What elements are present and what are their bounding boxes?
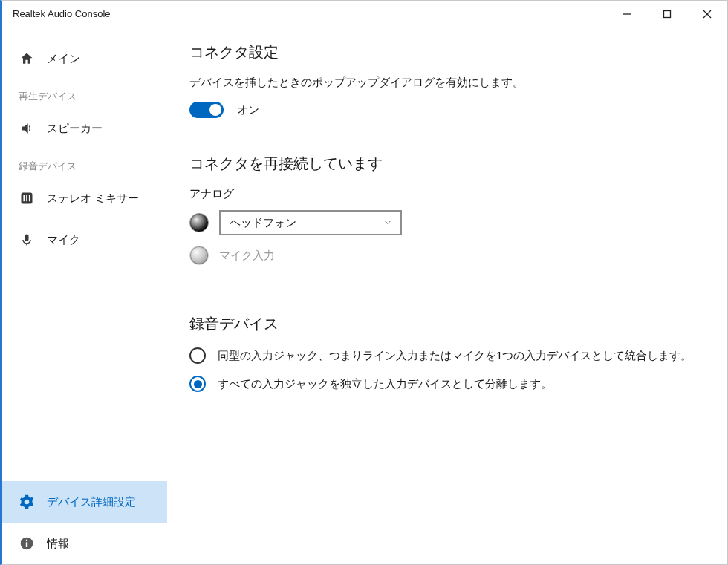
close-icon	[703, 10, 712, 19]
svg-rect-11	[26, 542, 27, 547]
toggle-knob	[209, 104, 221, 116]
svg-rect-5	[23, 195, 25, 201]
jack-device-select[interactable]: ヘッドフォン	[219, 210, 402, 235]
sidebar-section-playback: 再生デバイス	[2, 79, 167, 108]
svg-rect-7	[29, 195, 30, 201]
sidebar-section-record: 録音デバイス	[2, 149, 167, 177]
analog-label: アナログ	[189, 187, 705, 201]
svg-rect-1	[664, 10, 671, 17]
body: メイン 再生デバイス スピーカー 録音デバイス ステレオ ミキサー	[2, 27, 727, 564]
window-controls	[607, 1, 727, 27]
main-content: コネクタ設定 デバイスを挿したときのポップアップダイアログを有効にします。 オン…	[167, 27, 727, 564]
jack-row-headphone: ヘッドフォン	[189, 210, 705, 235]
speaker-icon	[19, 120, 35, 137]
maximize-icon	[663, 10, 672, 19]
radio-integrate[interactable]: 同型の入力ジャック、つまりライン入力またはマイクを1つの入力デバイスとして統合し…	[189, 347, 705, 364]
sidebar-item-label: 情報	[47, 537, 69, 551]
chevron-down-icon	[383, 217, 393, 229]
sidebar-item-advanced[interactable]: デバイス詳細設定	[2, 481, 167, 523]
sidebar-item-info[interactable]: 情報	[2, 523, 167, 564]
radio-separate[interactable]: すべての入力ジャックを独立した入力デバイスとして分離します。	[189, 376, 705, 392]
popup-toggle[interactable]	[189, 102, 224, 118]
window-title: Realtek Audio Console	[2, 8, 607, 19]
radio-button-icon	[189, 376, 206, 392]
jack-indicator-icon	[189, 246, 209, 265]
combo-value: ヘッドフォン	[230, 216, 296, 230]
jack-disabled-label: マイク入力	[219, 249, 275, 263]
minimize-button[interactable]	[607, 1, 647, 27]
titlebar: Realtek Audio Console	[2, 1, 727, 27]
home-icon	[19, 50, 35, 67]
sidebar: メイン 再生デバイス スピーカー 録音デバイス ステレオ ミキサー	[2, 27, 167, 564]
sidebar-item-stereo-mix[interactable]: ステレオ ミキサー	[2, 177, 167, 219]
connector-retasking-title: コネクタを再接続しています	[189, 154, 705, 174]
radio-button-icon	[189, 347, 206, 364]
minimize-icon	[623, 10, 631, 19]
connector-settings-desc: デバイスを挿したときのポップアップダイアログを有効にします。	[189, 76, 705, 90]
radio-label: 同型の入力ジャック、つまりライン入力またはマイクを1つの入力デバイスとして統合し…	[218, 349, 692, 363]
sidebar-item-mic[interactable]: マイク	[2, 219, 167, 261]
sidebar-item-label: デバイス詳細設定	[47, 495, 136, 509]
jack-indicator-icon	[189, 213, 209, 232]
maximize-button[interactable]	[647, 1, 687, 27]
radio-inner-dot	[194, 380, 202, 388]
app-window: Realtek Audio Console メイン 再生	[0, 0, 728, 565]
svg-rect-6	[26, 195, 27, 201]
connector-settings-title: コネクタ設定	[189, 42, 705, 62]
popup-toggle-row: オン	[189, 102, 705, 118]
svg-point-12	[26, 540, 28, 542]
sidebar-item-label: マイク	[47, 233, 80, 247]
svg-rect-8	[25, 235, 29, 241]
sidebar-item-main[interactable]: メイン	[2, 38, 167, 79]
info-icon	[19, 535, 35, 552]
toggle-state-label: オン	[237, 103, 259, 117]
sidebar-item-label: メイン	[47, 52, 80, 66]
close-button[interactable]	[687, 1, 727, 27]
radio-label: すべての入力ジャックを独立した入力デバイスとして分離します。	[218, 377, 552, 391]
jack-row-mic-in: マイク入力	[189, 246, 705, 265]
gear-icon	[19, 494, 35, 510]
sidebar-item-label: ステレオ ミキサー	[47, 192, 139, 206]
recording-device-title: 録音デバイス	[189, 314, 705, 334]
sidebar-item-speaker[interactable]: スピーカー	[2, 108, 167, 149]
mic-icon	[19, 232, 35, 248]
mixer-icon	[19, 190, 35, 206]
sidebar-item-label: スピーカー	[47, 122, 103, 136]
